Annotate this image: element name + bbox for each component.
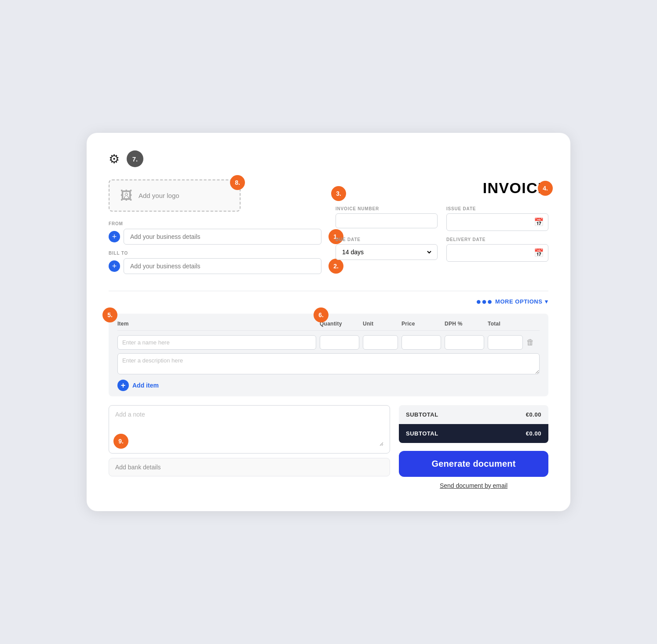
more-options-button[interactable]: ●●● MORE OPTIONS ▾ bbox=[476, 296, 548, 307]
items-header: Item Quantity Unit Price DPH % Total bbox=[117, 321, 540, 331]
more-options-row: ●●● MORE OPTIONS ▾ bbox=[109, 296, 548, 307]
item-name-input[interactable] bbox=[117, 335, 316, 350]
notes-section: 9. Add bank details bbox=[109, 405, 390, 476]
item-unit-input[interactable] bbox=[363, 335, 398, 350]
col-total-header: Total bbox=[488, 321, 523, 327]
generate-document-button[interactable]: Generate document bbox=[399, 451, 548, 477]
add-item-label: Add item bbox=[132, 382, 159, 389]
step6-badge: 6. bbox=[314, 307, 328, 322]
right-section: INVOICE 3. 4. INVOICE NUMBER 2022001 ISS… bbox=[336, 179, 548, 262]
subtotal-label: SUBTOTAL bbox=[406, 411, 438, 418]
from-label: FROM bbox=[109, 221, 321, 226]
invoice-card: ⚙ 7. 🖼 Add your logo 8. FROM + 1. bbox=[87, 133, 570, 511]
item-price-input[interactable]: 0.00 bbox=[402, 335, 441, 350]
items-section: 5. 6. Item Quantity Unit Price DPH % Tot… bbox=[109, 314, 548, 396]
delete-item-button[interactable]: 🗑 bbox=[526, 338, 540, 347]
invoice-number-input[interactable]: 2022001 bbox=[340, 217, 433, 224]
bottom-layout: 9. Add bank details SUBTOTAL €0.00 SUBTO… bbox=[109, 405, 548, 489]
step4-badge: 4. bbox=[538, 181, 553, 196]
step7-badge: 7. bbox=[127, 150, 143, 167]
divider bbox=[109, 291, 548, 291]
left-section: 🖼 Add your logo 8. FROM + 1. BILL TO + bbox=[109, 179, 321, 280]
issue-date-input[interactable]: 9/13/2022 bbox=[451, 219, 534, 226]
subtotal2-value: €0.00 bbox=[526, 430, 541, 437]
add-bill-button[interactable]: + bbox=[109, 260, 120, 272]
notes-area: 9. bbox=[109, 405, 390, 454]
invoice-number-wrap: 2022001 bbox=[336, 213, 438, 228]
subtotal-row: SUBTOTAL €0.00 bbox=[399, 405, 548, 424]
item-quantity-input[interactable]: 1 bbox=[320, 335, 359, 350]
main-layout: 🖼 Add your logo 8. FROM + 1. BILL TO + bbox=[109, 179, 548, 280]
image-placeholder-icon: 🖼 bbox=[120, 188, 132, 203]
issue-date-field: ISSUE DATE 9/13/2022 📅 bbox=[446, 206, 548, 231]
item-dph-input[interactable]: 20.00 bbox=[445, 335, 484, 350]
subtotal-value: €0.00 bbox=[526, 411, 541, 418]
step5-badge: 5. bbox=[102, 307, 117, 322]
delivery-date-label: DELIVERY DATE bbox=[446, 237, 548, 242]
delivery-date-field: DELIVERY DATE 9/13/2022 📅 bbox=[446, 237, 548, 262]
item-description-row bbox=[117, 353, 540, 376]
issue-date-label: ISSUE DATE bbox=[446, 206, 548, 211]
step9-badge: 9. bbox=[113, 434, 128, 449]
subtotal-dark-row: SUBTOTAL €0.00 bbox=[399, 424, 548, 443]
due-date-field: DUE DATE 14 days 30 days 60 days bbox=[336, 237, 438, 262]
from-input[interactable] bbox=[124, 229, 321, 245]
notes-input[interactable] bbox=[115, 411, 383, 446]
from-section: FROM + 1. bbox=[109, 221, 321, 245]
issue-date-wrap: 9/13/2022 📅 bbox=[446, 213, 548, 231]
add-item-icon: + bbox=[117, 380, 129, 391]
delivery-date-wrap: 9/13/2022 📅 bbox=[446, 244, 548, 262]
bank-details[interactable]: Add bank details bbox=[109, 458, 390, 476]
col-actions-header bbox=[526, 321, 540, 327]
due-date-select[interactable]: 14 days 30 days 60 days bbox=[340, 248, 433, 256]
step3-badge: 3. bbox=[331, 186, 346, 201]
more-options-icon: ●●● bbox=[476, 296, 493, 307]
item-description-input[interactable] bbox=[117, 353, 540, 374]
totals-section: SUBTOTAL €0.00 SUBTOTAL €0.00 Generate d… bbox=[399, 405, 548, 489]
due-date-label: DUE DATE bbox=[336, 237, 438, 242]
chevron-down-icon: ▾ bbox=[545, 298, 548, 305]
more-options-label: MORE OPTIONS bbox=[495, 298, 542, 305]
from-row: + 1. bbox=[109, 229, 321, 245]
col-price-header: Price bbox=[402, 321, 441, 327]
toolbar: ⚙ 7. bbox=[109, 150, 548, 167]
send-email-link[interactable]: Send document by email bbox=[399, 482, 548, 489]
delivery-date-input[interactable]: 9/13/2022 bbox=[451, 249, 534, 256]
step8-badge: 8. bbox=[230, 175, 245, 190]
date-grid: 3. 4. INVOICE NUMBER 2022001 ISSUE DATE … bbox=[336, 206, 548, 262]
table-row: 1 0.00 20.00 0.00 🗑 bbox=[117, 335, 540, 350]
bill-input[interactable] bbox=[124, 258, 321, 274]
add-from-button[interactable]: + bbox=[109, 231, 120, 242]
col-item-header: Item bbox=[117, 321, 316, 327]
bill-row: + 2. bbox=[109, 258, 321, 274]
gear-icon[interactable]: ⚙ bbox=[109, 152, 120, 166]
col-quantity-header: Quantity bbox=[320, 321, 359, 327]
delivery-date-calendar-icon[interactable]: 📅 bbox=[534, 248, 544, 258]
invoice-title: INVOICE bbox=[336, 179, 548, 197]
due-date-wrap: 14 days 30 days 60 days bbox=[336, 244, 438, 260]
bill-section: BILL TO + 2. bbox=[109, 251, 321, 274]
item-total-input[interactable]: 0.00 bbox=[488, 335, 523, 350]
logo-text: Add your logo bbox=[139, 192, 179, 199]
col-unit-header: Unit bbox=[363, 321, 398, 327]
issue-date-calendar-icon[interactable]: 📅 bbox=[534, 217, 544, 227]
col-dph-header: DPH % bbox=[445, 321, 484, 327]
subtotal2-label: SUBTOTAL bbox=[406, 430, 438, 437]
logo-area: 🖼 Add your logo 8. bbox=[109, 179, 241, 212]
add-item-button[interactable]: + Add item bbox=[117, 380, 159, 391]
invoice-number-field: INVOICE NUMBER 2022001 bbox=[336, 206, 438, 231]
invoice-number-label: INVOICE NUMBER bbox=[336, 206, 438, 211]
bill-label: BILL TO bbox=[109, 251, 321, 256]
